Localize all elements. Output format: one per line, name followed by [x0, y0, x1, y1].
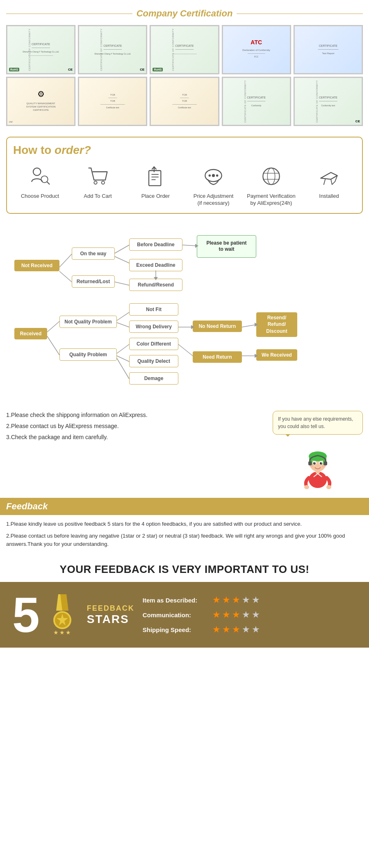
step-6-label: Installed: [319, 193, 339, 200]
svg-point-49: [320, 462, 322, 465]
note-1: 1.Please check the shippong information …: [6, 411, 264, 419]
feedback-stars-label: FEEDBACK STARS: [87, 604, 134, 626]
order-step-3: Place Order: [131, 163, 180, 200]
order-step-1: Choose Product: [16, 163, 65, 200]
svg-line-27: [47, 336, 59, 355]
star-label-3: Shipping Speed:: [143, 626, 208, 633]
svg-point-3: [94, 181, 97, 184]
note-3: 3.Check the package and item carefully.: [6, 433, 264, 442]
cert-title-row: Company Certification: [6, 8, 363, 19]
svg-line-21: [182, 245, 197, 246]
small-stars: ★ ★ ★: [53, 629, 71, 636]
star-1-3: ★: [232, 595, 240, 605]
svg-point-4: [102, 181, 105, 184]
svg-rect-5: [149, 171, 161, 186]
cert-item-4: ATC Declaration of Conformity──────────F…: [222, 25, 291, 74]
feedback-header-text: Feedback: [6, 501, 48, 511]
star-3-3: ★: [232, 624, 240, 635]
feedback-important: YOUR FEEDBACK IS VERY IMPORTANT TO US!: [0, 563, 369, 576]
flow-before-deadline: Before Deadline: [129, 238, 182, 251]
flow-returned-lost: Returned/Lost: [72, 275, 115, 288]
svg-line-25: [115, 282, 129, 285]
star-row-1: Item as Described: ★ ★ ★ ★ ★: [143, 595, 357, 605]
star-2-5: ★: [252, 609, 260, 620]
order-step-5: Payment Verificationby AliExpres(24h): [247, 163, 296, 207]
step-3-label: Place Order: [141, 193, 170, 200]
star-row-3: Shipping Speed: ★ ★ ★ ★ ★: [143, 624, 357, 635]
star-2-3: ★: [232, 609, 240, 620]
medal-area: ★ ★ ★: [50, 592, 75, 638]
svg-line-30: [117, 344, 129, 353]
flow-exceed-deadline: Exceed Deadline: [129, 259, 182, 271]
svg-line-32: [117, 358, 129, 379]
cert-item-2: CERTIFICATE OF CONFORMITY CERTIFICATE───…: [78, 25, 147, 74]
stars-section: 5 ★ ★ ★ FEEDBACK STARS Item as Described…: [0, 582, 369, 648]
step-5-icon: [257, 163, 286, 190]
notes-text: 1.Please check the shippong information …: [6, 411, 264, 444]
cert-item-7: TCB─────TCB──────────────Certificate tex…: [78, 77, 147, 126]
order-title: How to order?: [11, 144, 358, 157]
svg-point-12: [216, 174, 219, 177]
star-3-1: ★: [212, 624, 221, 635]
svg-line-18: [59, 271, 72, 282]
cert-grid-row2: ⚙ QUALITY MANAGEMENTSYSTEM CERTIFICATION…: [6, 77, 363, 126]
step-4-icon: [199, 163, 228, 190]
order-step-6: Installed: [305, 163, 354, 200]
svg-point-0: [33, 168, 41, 175]
step-2-icon: [84, 163, 112, 190]
flow-lines: [6, 226, 363, 399]
star-label-2: Communication:: [143, 611, 208, 618]
cert-title-line-left: [6, 14, 132, 14]
star-row-2: Communication: ★ ★ ★ ★ ★: [143, 609, 357, 620]
svg-point-56: [304, 485, 309, 489]
flow-color-different: Color Different: [129, 338, 178, 350]
stars-word: STARS: [87, 613, 129, 626]
flow-on-the-way: On the way: [72, 247, 115, 260]
flow-not-quality: Not Quality Problem: [59, 316, 117, 328]
feedback-word: FEEDBACK: [87, 604, 134, 613]
svg-line-2: [47, 182, 50, 184]
star-3-5: ★: [252, 624, 260, 635]
note-2: 2.Please contact us by AliExpress messag…: [6, 422, 264, 431]
svg-line-39: [178, 344, 193, 356]
order-step-4: Price Adjustment(if necessary): [189, 163, 238, 207]
star-3-4: ★: [242, 624, 250, 635]
notes-bubble-area: If you have any else requirements,you co…: [273, 411, 363, 492]
flow-container: Not Received On the way Returned/Lost Be…: [6, 226, 363, 399]
star-1-2: ★: [222, 595, 230, 605]
svg-point-51: [321, 463, 322, 463]
flow-we-received: We Received: [256, 349, 297, 361]
stars-display-2: ★ ★ ★ ★ ★: [212, 609, 260, 620]
cert-item-6: ⚙ QUALITY MANAGEMENTSYSTEM CERTIFICATION…: [6, 77, 75, 126]
svg-rect-54: [308, 461, 312, 465]
order-title-highlight: order?: [55, 144, 91, 156]
cert-grid-row1: CERTIFICATE OF CONFORMITY CERTIFICATE───…: [6, 25, 363, 74]
svg-point-14: [267, 168, 275, 184]
svg-line-26: [47, 321, 59, 332]
flow-please-patient: Please be patientto wait: [197, 235, 256, 258]
feedback-header: Feedback: [0, 498, 369, 515]
flow-no-need-return: No Need Return: [193, 321, 242, 332]
order-step-2: Add To Cart: [73, 163, 123, 200]
flow-not-received: Not Received: [14, 260, 59, 271]
flow-not-fit: Not Fit: [129, 303, 178, 316]
cert-item-3: CERTIFICATE OF CONFORMITY CERTIFICATE───…: [150, 25, 219, 74]
svg-line-20: [115, 257, 129, 263]
cert-item-9: CERTIFICATE OF CONFORMITY CERTIFICATE───…: [222, 77, 291, 126]
step-3-icon: [141, 163, 170, 190]
star-1-1: ★: [212, 595, 221, 605]
mascot-area: [273, 441, 363, 492]
flow-quality-problem: Quality Problem: [59, 348, 117, 361]
svg-point-10: [212, 174, 215, 177]
cert-item-10: CERTIFICATE OF CONFORMITY CERTIFICATE───…: [294, 77, 363, 126]
star-rows: Item as Described: ★ ★ ★ ★ ★ Communicati…: [143, 595, 357, 635]
svg-rect-55: [324, 461, 327, 465]
cert-section: Company Certification CERTIFICATE OF CON…: [0, 0, 369, 133]
svg-point-11: [209, 174, 211, 177]
svg-line-17: [59, 254, 72, 267]
svg-line-19: [115, 245, 129, 253]
stars-display-1: ★ ★ ★ ★ ★: [212, 595, 260, 605]
star-1-5: ★: [252, 595, 260, 605]
medal-svg: [50, 592, 75, 629]
star-2-2: ★: [222, 609, 230, 620]
